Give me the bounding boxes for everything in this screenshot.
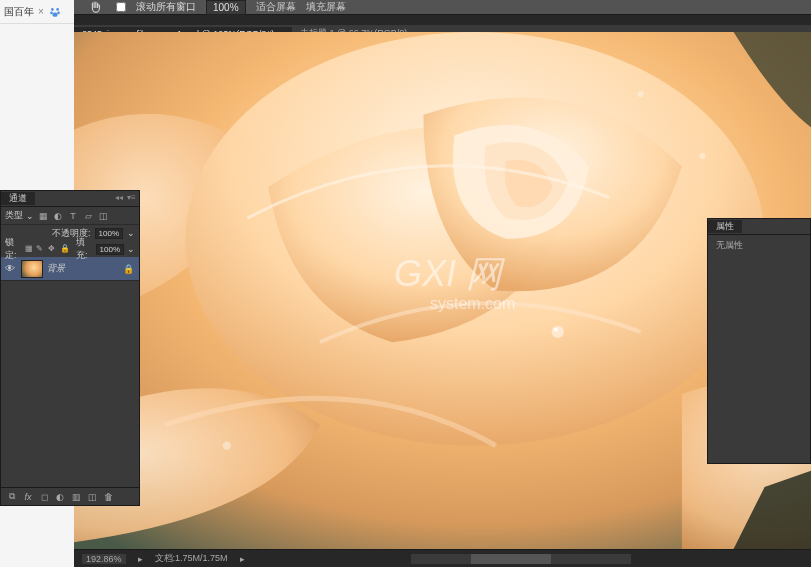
app-window: 滚动所有窗口 100% 适合屏幕 填充屏幕 2345_image_file_co… [74,0,811,567]
lock-all-icon[interactable]: 🔒 [60,244,70,255]
fill-value[interactable]: 100% [96,244,124,255]
svg-point-11 [637,91,643,97]
opacity-row: 不透明度: 100% ⌄ [1,225,139,241]
svg-point-2 [50,11,53,14]
lock-label: 锁定: [5,236,22,262]
fx-icon[interactable]: fx [21,490,35,504]
close-icon[interactable]: × [38,6,44,17]
status-zoom[interactable]: 192.86% [82,554,126,564]
lock-icon[interactable]: 🔒 [123,264,135,274]
lock-position-icon[interactable]: ✥ [48,244,57,255]
canvas-image [74,32,811,549]
paw-icon[interactable] [48,5,62,19]
chevron-down-icon[interactable]: ⌄ [127,244,135,254]
zoom-value[interactable]: 100% [206,0,246,15]
fit-screen-button[interactable]: 适合屏幕 [256,0,296,14]
layer-filter-row: 类型 ⌄ ▦ ◐ T ▱ ◫ [1,207,139,225]
filter-label: 类型 [5,209,23,222]
scroll-all-label: 滚动所有窗口 [136,0,196,14]
filter-type-icon[interactable]: T [67,210,79,222]
collapse-icon[interactable]: ◂◂ [115,193,125,203]
chevron-right-icon[interactable]: ▸ [240,554,245,564]
lock-transparency-icon[interactable]: ▦ [25,244,34,255]
status-bar: 192.86% ▸ 文档:1.75M/1.75M ▸ [74,549,811,567]
dropdown-icon[interactable]: ⌄ [26,211,34,221]
filter-smart-icon[interactable]: ◫ [97,210,109,222]
svg-point-0 [51,8,54,11]
options-bar: 滚动所有窗口 100% 适合屏幕 填充屏幕 [74,0,811,15]
layer-name[interactable]: 背景 [47,262,119,275]
filter-adjust-icon[interactable]: ◐ [52,210,64,222]
lock-row: 锁定: ▦ ✎ ✥ 🔒 填充: 100% ⌄ [1,241,139,257]
fill-screen-button[interactable]: 填充屏幕 [306,0,346,14]
browser-tab[interactable]: 国百年 × [0,0,74,24]
status-doc-info: 文档:1.75M/1.75M [155,552,228,565]
panel-tab-properties[interactable]: 属性 [708,220,742,233]
visibility-icon[interactable]: 👁 [5,263,17,274]
svg-point-9 [223,441,231,449]
hand-tool-icon[interactable] [84,0,106,17]
scrollbar-thumb[interactable] [471,554,551,564]
group-icon[interactable]: ▥ [69,490,83,504]
browser-tab-title: 国百年 [4,5,34,19]
canvas[interactable] [74,32,811,549]
layers-panel: 通道 ◂◂ ▾≡ 类型 ⌄ ▦ ◐ T ▱ ◫ 不透明度: 100% ⌄ 锁定:… [0,190,140,506]
svg-point-3 [57,11,60,14]
horizontal-scrollbar[interactable] [411,554,631,564]
scroll-all-checkbox[interactable] [116,2,126,12]
adjustment-icon[interactable]: ◐ [53,490,67,504]
chevron-down-icon[interactable]: ⌄ [127,228,135,238]
chevron-right-icon[interactable]: ▸ [138,554,143,564]
panel-tab-bar: 属性 [708,219,810,235]
link-layers-icon[interactable]: ⧉ [5,490,19,504]
svg-point-1 [56,8,59,11]
layer-thumbnail[interactable] [21,260,43,278]
lock-pixels-icon[interactable]: ✎ [36,244,45,255]
menu-icon[interactable]: ▾≡ [127,193,137,203]
filter-shape-icon[interactable]: ▱ [82,210,94,222]
layers-panel-footer: ⧉ fx ◻ ◐ ▥ ◫ 🗑 [1,487,139,505]
new-layer-icon[interactable]: ◫ [85,490,99,504]
svg-point-7 [552,326,564,338]
svg-point-8 [554,328,558,332]
layer-item-background[interactable]: 👁 背景 🔒 [1,257,139,281]
trash-icon[interactable]: 🗑 [101,490,115,504]
fill-label: 填充: [76,236,93,262]
properties-panel: 属性 无属性 [707,218,811,464]
svg-point-10 [699,153,705,159]
filter-pixel-icon[interactable]: ▦ [37,210,49,222]
panel-tab-bar: 通道 ◂◂ ▾≡ [1,191,139,207]
panel-tab-channels[interactable]: 通道 [1,192,35,205]
svg-point-4 [52,12,57,16]
opacity-value[interactable]: 100% [95,228,123,239]
mask-icon[interactable]: ◻ [37,490,51,504]
properties-content: 无属性 [708,235,810,256]
